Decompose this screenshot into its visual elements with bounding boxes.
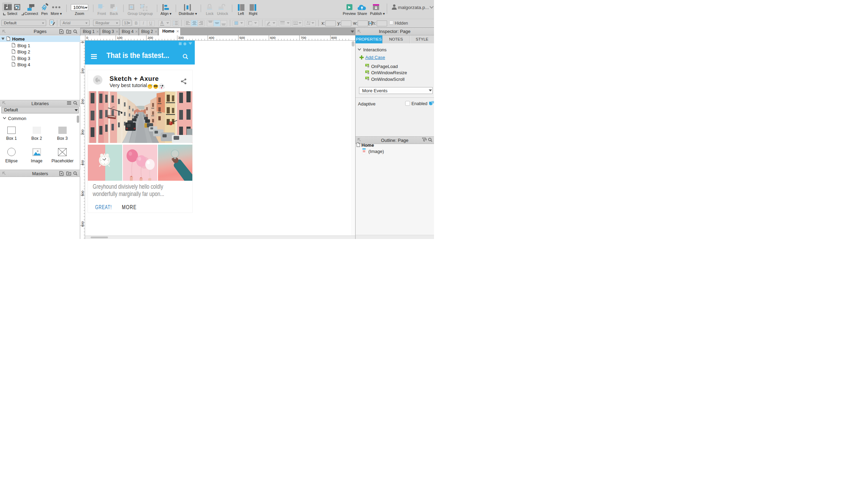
svg-text:500: 500	[240, 36, 245, 40]
svg-text:100: 100	[117, 36, 123, 40]
svg-text:300: 300	[81, 129, 84, 135]
svg-text:300: 300	[178, 36, 184, 40]
svg-text:0: 0	[86, 36, 88, 40]
svg-text:400: 400	[81, 160, 84, 165]
svg-text:500: 500	[81, 190, 84, 196]
svg-text:600: 600	[81, 221, 84, 227]
svg-text:600: 600	[270, 36, 276, 40]
svg-text:700: 700	[301, 36, 306, 40]
svg-text:200: 200	[81, 99, 84, 104]
svg-text:400: 400	[209, 36, 214, 40]
svg-text:0: 0	[81, 41, 84, 43]
svg-text:200: 200	[148, 36, 153, 40]
svg-text:800: 800	[331, 36, 337, 40]
svg-text:100: 100	[81, 68, 84, 74]
